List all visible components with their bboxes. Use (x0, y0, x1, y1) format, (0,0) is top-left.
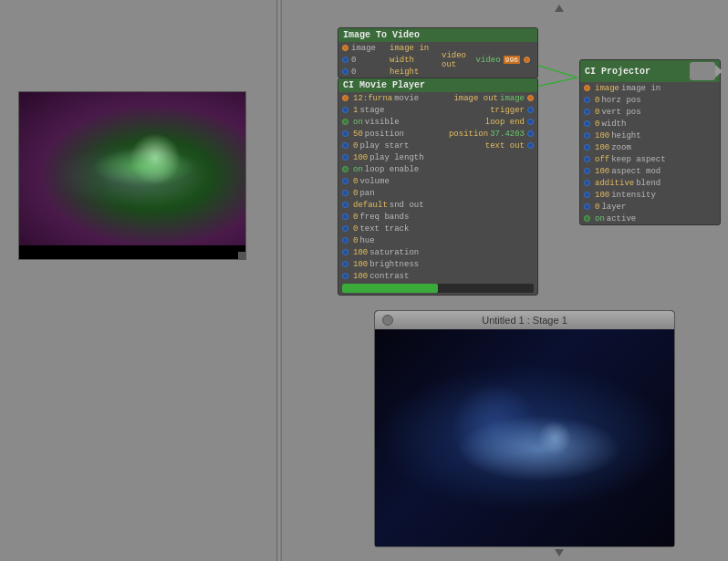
cmp-port-volume[interactable] (342, 178, 348, 184)
proj-port-active[interactable] (584, 215, 590, 222)
cmp-port-sndout[interactable] (342, 202, 348, 208)
proj-row-aspectmod: 100 aspect mod (580, 165, 720, 177)
proj-port-blend[interactable] (584, 180, 590, 186)
cmp-port-freqbands[interactable] (342, 213, 348, 220)
proj-port-aspectmod[interactable] (584, 168, 590, 174)
image-to-video-node: Image To Video image image in 0 width 0 … (338, 27, 538, 78)
preview-galaxy (19, 92, 245, 259)
ci-movie-player-node: CI Movie Player 12:furna movie image out… (338, 78, 538, 296)
cmp-row-pan: 0 pan (338, 187, 537, 199)
cmp-port-playstart[interactable] (342, 142, 348, 149)
cmp-row-saturation: 100 saturation (338, 246, 537, 258)
cmp-port-image-out[interactable] (527, 95, 534, 101)
stage-titlebar: Untitled 1 : Stage 1 (375, 311, 674, 329)
preview-window: 996 (18, 91, 246, 260)
cmp-row-loopenable: on loop enable (338, 163, 537, 175)
ci-movie-player-header: CI Movie Player (338, 78, 537, 92)
cmp-port-movie[interactable] (342, 95, 348, 101)
itv-996-badge: 996 (504, 56, 520, 64)
left-panel: 996 (0, 0, 278, 561)
cmp-row-position: 50 position position 37.4203 (338, 128, 537, 140)
proj-port-zoom[interactable] (584, 144, 590, 151)
proj-row-active: on active (580, 213, 720, 224)
cmp-port-hue[interactable] (342, 237, 348, 244)
cmp-port-brightness[interactable] (342, 261, 348, 267)
cmp-row-playlength: 100 play length (338, 151, 537, 163)
stage-content (375, 329, 674, 546)
itv-row-width: 0 width (338, 54, 436, 66)
cmp-row-texttrack: 0 text track (338, 223, 537, 234)
cmp-row-freqbands: 0 freq bands (338, 211, 537, 223)
cmp-row-visible: on visible loop end (338, 116, 537, 128)
cmp-port-playlength[interactable] (342, 154, 348, 161)
proj-row-layer: 0 layer (580, 201, 720, 213)
itv-row-image: image image in (338, 42, 436, 54)
node-area: Image To Video image image in 0 width 0 … (287, 0, 728, 561)
itv-port-image[interactable] (342, 45, 348, 51)
proj-row-blend: additive blend (580, 177, 720, 189)
itv-port-height[interactable] (342, 68, 348, 75)
ci-projector-header: CI Projector (580, 60, 720, 82)
cmp-row-sndout: default snd out (338, 199, 537, 211)
cmp-row-hue: 0 hue (338, 234, 537, 246)
proj-row-height: 100 height (580, 130, 720, 141)
cmp-row-contrast: 100 contrast (338, 270, 537, 282)
proj-row-image: image image in (580, 82, 720, 94)
proj-port-vertpos[interactable] (584, 109, 590, 115)
cmp-row-volume: 0 volume (338, 175, 537, 187)
proj-row-zoom: 100 zoom (580, 141, 720, 153)
cmp-port-saturation[interactable] (342, 249, 348, 255)
cmp-progress-bar-fill (342, 284, 438, 293)
proj-port-keepaspect[interactable] (584, 156, 590, 162)
cmp-port-textout[interactable] (527, 142, 534, 149)
cmp-port-stage[interactable] (342, 107, 348, 113)
image-to-video-header: Image To Video (338, 28, 537, 42)
preview-bottom-bar (19, 245, 245, 259)
cmp-port-loopend-out[interactable] (527, 119, 534, 125)
projector-icon (690, 62, 715, 80)
cmp-port-loopenable[interactable] (342, 166, 348, 172)
stage-close-button[interactable] (382, 315, 393, 326)
proj-port-width[interactable] (584, 120, 590, 127)
ci-projector-node: CI Projector image image in 0 horz pos 0… (579, 59, 721, 225)
proj-row-width: 0 width (580, 118, 720, 130)
cmp-row-brightness: 100 brightness (338, 258, 537, 270)
itv-port-out[interactable] (524, 57, 530, 63)
proj-row-horzpos: 0 horz pos (580, 94, 720, 106)
cmp-row-stage: 1 stage trigger (338, 104, 537, 116)
proj-row-keepaspect: off keep aspect (580, 153, 720, 165)
cmp-progress-bar-container[interactable] (342, 284, 534, 293)
preview-image (19, 92, 245, 259)
cmp-row-playstart: 0 play start text out (338, 140, 537, 151)
proj-row-vertpos: 0 vert pos (580, 106, 720, 118)
proj-row-intensity: 100 intensity (580, 189, 720, 201)
proj-port-layer[interactable] (584, 203, 590, 210)
proj-port-image[interactable] (584, 85, 590, 91)
cmp-port-trigger-out[interactable] (527, 107, 534, 113)
cmp-port-visible[interactable] (342, 119, 348, 125)
cmp-port-texttrack[interactable] (342, 225, 348, 232)
stage-title: Untitled 1 : Stage 1 (482, 315, 567, 326)
itv-port-width[interactable] (342, 57, 348, 63)
cmp-port-position-out[interactable] (527, 130, 534, 137)
panel-divider[interactable] (276, 0, 282, 561)
proj-port-intensity[interactable] (584, 192, 590, 198)
stage-galaxy-image (375, 329, 674, 546)
cmp-port-position[interactable] (342, 130, 348, 137)
proj-port-horzpos[interactable] (584, 97, 590, 103)
itv-output-row: video out video 996 (436, 50, 534, 70)
cmp-port-pan[interactable] (342, 190, 348, 196)
proj-port-height[interactable] (584, 132, 590, 139)
stage-window: Untitled 1 : Stage 1 (374, 310, 675, 547)
cmp-port-contrast[interactable] (342, 273, 348, 279)
cmp-row-movie: 12:furna movie image out image (338, 92, 537, 104)
preview-resize-handle[interactable] (238, 252, 245, 259)
itv-row-height: 0 height (338, 66, 436, 78)
